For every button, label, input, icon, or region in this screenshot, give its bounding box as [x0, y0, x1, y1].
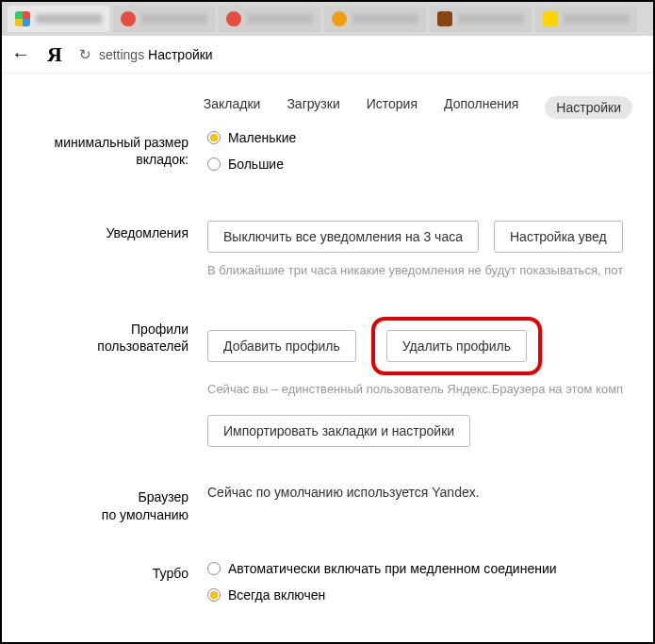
radio-icon [207, 562, 221, 575]
favicon-icon [437, 11, 452, 26]
subnav-bookmarks[interactable]: Закладки [204, 96, 261, 119]
browser-tab[interactable] [535, 6, 637, 32]
browser-tab[interactable] [219, 6, 320, 32]
radio-turbo-auto[interactable]: Автоматически включать при медленном сое… [207, 561, 653, 576]
radio-label: Автоматически включать при медленном сое… [228, 561, 557, 576]
subnav-history[interactable]: История [367, 96, 418, 119]
yandex-logo-icon[interactable]: Я [47, 42, 62, 67]
setting-row-notifications: Уведомления Выключить все уведомления на… [2, 221, 653, 279]
radio-icon [207, 588, 221, 602]
subnav-settings[interactable]: Настройки [545, 96, 632, 119]
tab-title [458, 14, 524, 24]
delete-profile-button[interactable]: Удалить профиль [386, 330, 527, 362]
nav-bar: ← Я ↻ settings Настройки [2, 36, 653, 74]
url-text: settings Настройки [99, 47, 213, 62]
import-bookmarks-button[interactable]: Импортировать закладки и настройки [207, 415, 470, 447]
delete-profile-highlight: Удалить профиль [371, 317, 542, 375]
setting-label-default-browser: Браузерпо умолчанию [2, 485, 207, 522]
settings-content: минимальный размервкладок: Маленькие Бол… [2, 130, 653, 621]
browser-tab[interactable] [430, 6, 532, 32]
subnav-addons[interactable]: Дополнения [444, 96, 518, 119]
radio-small-tabs[interactable]: Маленькие [207, 130, 653, 145]
radio-icon [207, 131, 221, 144]
setting-row-default-browser: Браузерпо умолчанию Сейчас по умолчанию … [2, 485, 653, 522]
profiles-hint: Сейчас вы – единственный пользователь Ян… [207, 381, 653, 398]
setting-label-tabsize: минимальный размервкладок: [2, 130, 207, 168]
browser-tab[interactable] [324, 6, 426, 32]
favicon-icon [332, 11, 347, 26]
configure-notifications-button[interactable]: Настройка увед [494, 221, 623, 253]
browser-tab[interactable] [113, 6, 215, 32]
favicon-icon [226, 11, 241, 26]
setting-label-notifications: Уведомления [2, 221, 207, 241]
reload-icon[interactable]: ↻ [79, 46, 91, 63]
radio-turbo-always[interactable]: Всегда включен [207, 587, 653, 603]
address-bar[interactable]: ↻ settings Настройки [79, 46, 644, 63]
favicon-icon [15, 11, 30, 26]
setting-row-profiles: Профилипользователей Добавить профиль Уд… [2, 317, 653, 447]
setting-row-turbo: Турбо Автоматически включать при медленн… [2, 561, 653, 603]
tab-title [564, 14, 630, 24]
settings-subnav: Закладки Загрузки История Дополнения Нас… [2, 74, 653, 136]
back-icon[interactable]: ← [11, 43, 30, 65]
setting-label-turbo: Турбо [2, 561, 207, 582]
disable-notifications-button[interactable]: Выключить все уведомления на 3 часа [207, 221, 479, 253]
browser-tab[interactable] [8, 6, 109, 32]
radio-label: Большие [228, 157, 284, 172]
setting-label-profiles: Профилипользователей [2, 317, 207, 355]
radio-icon [207, 157, 221, 171]
subnav-downloads[interactable]: Загрузки [287, 96, 339, 119]
notifications-hint: В ближайшие три часа никакие уведомления… [207, 262, 653, 279]
tab-strip [2, 2, 653, 36]
default-browser-text: Сейчас по умолчанию используется Yandex. [207, 485, 480, 500]
add-profile-button[interactable]: Добавить профиль [207, 330, 356, 362]
tab-title [36, 14, 102, 24]
setting-row-tabsize: минимальный размервкладок: Маленькие Бол… [2, 130, 653, 183]
tab-title [141, 14, 207, 24]
tab-title [352, 14, 418, 24]
favicon-icon [121, 11, 136, 26]
radio-label: Маленькие [228, 130, 296, 145]
radio-large-tabs[interactable]: Большие [207, 157, 653, 172]
radio-label: Всегда включен [228, 587, 325, 603]
tab-title [247, 14, 313, 24]
favicon-icon [543, 11, 558, 26]
